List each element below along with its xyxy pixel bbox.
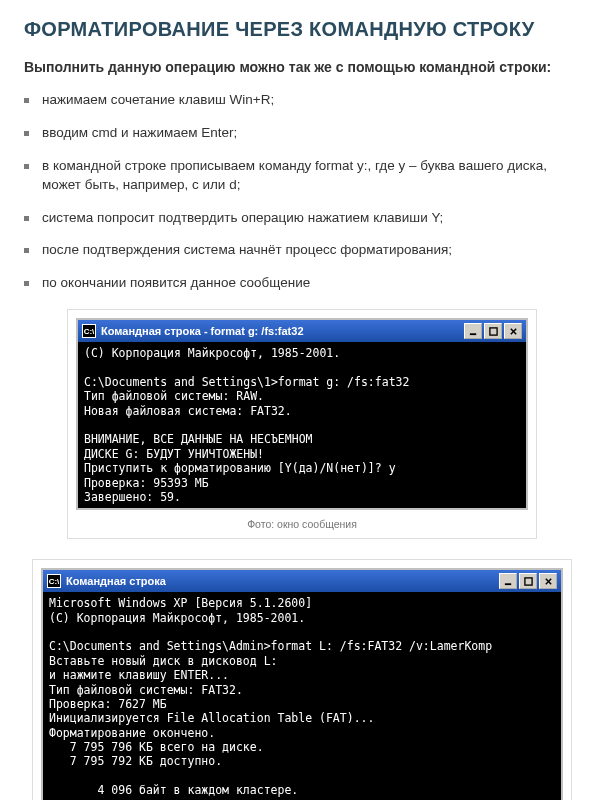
figure-1: C:\ Командная строка - format g: /fs:fat… xyxy=(67,309,537,539)
close-button[interactable] xyxy=(539,573,557,589)
cmd-window-2: C:\ Командная строка Microsoft Windows X… xyxy=(41,568,563,800)
list-item: в командной строке прописываем команду f… xyxy=(24,157,580,195)
title-bar: C:\ Командная строка - format g: /fs:fat… xyxy=(78,320,526,342)
list-item: вводим cmd и нажимаем Enter; xyxy=(24,124,580,143)
cmd-output: (С) Корпорация Майкрософт, 1985-2001. C:… xyxy=(78,342,526,508)
window-controls xyxy=(464,323,522,339)
cmd-icon: C:\ xyxy=(47,574,61,588)
list-item: нажимаем сочетание клавиш Win+R; xyxy=(24,91,580,110)
steps-list: нажимаем сочетание клавиш Win+R; вводим … xyxy=(24,91,580,293)
minimize-button[interactable] xyxy=(464,323,482,339)
intro-text: Выполнить данную операцию можно так же с… xyxy=(24,59,580,75)
minimize-button[interactable] xyxy=(499,573,517,589)
cmd-icon: C:\ xyxy=(82,324,96,338)
svg-rect-0 xyxy=(469,333,475,335)
cmd-window-1: C:\ Командная строка - format g: /fs:fat… xyxy=(76,318,528,510)
figure-caption: Фото: окно сообщения xyxy=(76,518,528,530)
section-heading: ФОРМАТИРОВАНИЕ ЧЕРЕЗ КОМАНДНУЮ СТРОКУ xyxy=(24,18,580,41)
svg-rect-5 xyxy=(524,578,531,585)
figure-2: C:\ Командная строка Microsoft Windows X… xyxy=(32,559,572,800)
svg-rect-4 xyxy=(504,583,510,585)
list-item: система попросит подтвердить операцию на… xyxy=(24,209,580,228)
window-title: Командная строка - format g: /fs:fat32 xyxy=(101,325,304,337)
maximize-button[interactable] xyxy=(519,573,537,589)
title-bar: C:\ Командная строка xyxy=(43,570,561,592)
window-controls xyxy=(499,573,557,589)
list-item: после подтверждения система начнёт проце… xyxy=(24,241,580,260)
svg-rect-1 xyxy=(489,328,496,335)
close-button[interactable] xyxy=(504,323,522,339)
maximize-button[interactable] xyxy=(484,323,502,339)
list-item: по окончании появится данное сообщение xyxy=(24,274,580,293)
cmd-output: Microsoft Windows XP [Версия 5.1.2600] (… xyxy=(43,592,561,800)
window-title: Командная строка xyxy=(66,575,166,587)
